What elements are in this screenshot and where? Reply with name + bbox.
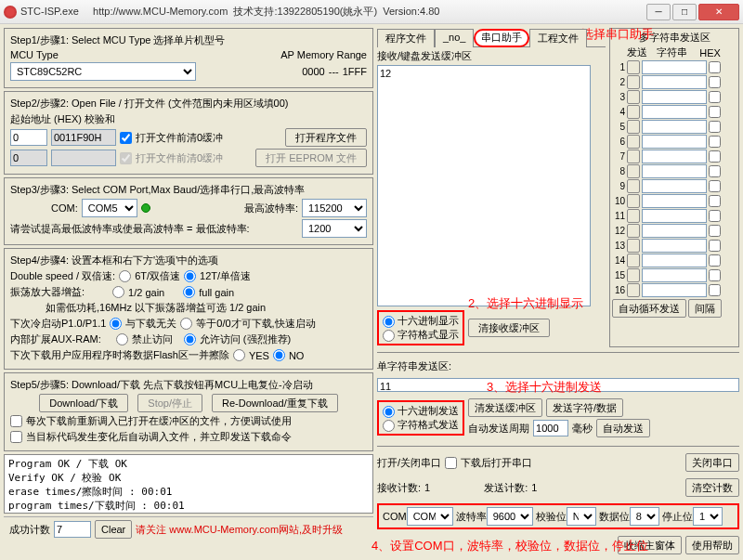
redownload-button[interactable]: Re-Download/重复下载	[212, 394, 338, 412]
baud-select[interactable]: 9600	[487, 507, 533, 526]
ms-hex-12[interactable]	[709, 225, 721, 237]
ms-str-13[interactable]	[642, 239, 707, 253]
ms-send-15[interactable]	[627, 268, 640, 282]
mcu-type-select[interactable]: STC89C52RC	[10, 62, 196, 81]
tab-serial-helper[interactable]: 串口助手	[474, 29, 529, 47]
serial-com-select[interactable]: COM5	[407, 507, 453, 526]
addr1-input[interactable]	[10, 129, 47, 146]
ms-send-10[interactable]	[627, 194, 640, 208]
open-program-file-button[interactable]: 打开程序文件	[285, 128, 367, 147]
ms-send-12[interactable]	[627, 224, 640, 238]
annotation-3: 3、选择十六进制发送	[487, 379, 602, 396]
aux-allow-radio[interactable]	[184, 333, 196, 345]
ms-str-11[interactable]	[642, 209, 707, 223]
ms-str-5[interactable]	[642, 120, 707, 134]
ms-hex-15[interactable]	[709, 269, 721, 281]
auto-period-input[interactable]	[533, 420, 568, 436]
ms-hex-16[interactable]	[709, 284, 721, 296]
ms-hex-6[interactable]	[709, 136, 721, 148]
ms-str-7[interactable]	[642, 150, 707, 163]
help-button[interactable]: 使用帮助	[685, 536, 739, 554]
send-string-button[interactable]: 发送字符/数据	[546, 398, 623, 417]
tab-project-file[interactable]: 工程文件	[529, 29, 587, 47]
app-icon	[4, 6, 17, 19]
ms-str-3[interactable]	[642, 90, 707, 104]
12t-radio[interactable]	[184, 270, 196, 282]
gap-button[interactable]: 间隔	[688, 299, 722, 318]
6t-radio[interactable]	[119, 270, 131, 282]
max-baud-select[interactable]: 115200	[302, 199, 367, 217]
ms-hex-10[interactable]	[709, 195, 721, 207]
databits-select[interactable]: 8	[630, 507, 659, 526]
ms-hex-14[interactable]	[709, 254, 721, 267]
ms-str-16[interactable]	[642, 283, 707, 297]
ms-send-6[interactable]	[627, 135, 640, 149]
ms-hex-3[interactable]	[709, 91, 721, 103]
cold-a-radio[interactable]	[110, 318, 122, 330]
stopbits-select[interactable]: 1	[693, 507, 723, 526]
half-gain-radio[interactable]	[112, 286, 124, 298]
reload-checkbox[interactable]	[10, 415, 22, 427]
ms-str-8[interactable]	[642, 164, 707, 178]
ms-hex-7[interactable]	[709, 150, 721, 163]
send-hex-radio[interactable]	[383, 406, 395, 418]
cold-b-radio[interactable]	[180, 318, 192, 330]
clear-tx-button[interactable]: 清发送缓冲区	[468, 398, 542, 417]
ms-str-14[interactable]	[642, 254, 707, 267]
ms-str-4[interactable]	[642, 105, 707, 119]
maximize-button[interactable]: □	[672, 4, 697, 20]
ms-send-9[interactable]	[627, 179, 640, 193]
send-char-radio[interactable]	[383, 420, 395, 432]
close-button[interactable]: ✕	[698, 4, 739, 20]
clear-rx-button[interactable]: 清接收缓冲区	[468, 319, 550, 337]
ms-send-4[interactable]	[627, 105, 640, 119]
ms-send-7[interactable]	[627, 150, 640, 163]
full-gain-radio[interactable]	[183, 286, 195, 298]
loop-send-button[interactable]: 自动循环发送	[612, 299, 686, 318]
ms-str-12[interactable]	[642, 224, 707, 238]
ms-hex-9[interactable]	[709, 180, 721, 192]
ms-hex-13[interactable]	[709, 240, 721, 252]
ms-send-3[interactable]	[627, 90, 640, 104]
aux-deny-radio[interactable]	[116, 333, 128, 345]
ms-send-8[interactable]	[627, 164, 640, 178]
ms-send-14[interactable]	[627, 254, 640, 267]
disp-char-radio[interactable]	[383, 330, 395, 342]
auto-send-button[interactable]: 自动发送	[596, 419, 650, 437]
after-dl-checkbox[interactable]	[445, 457, 457, 469]
auto-reload-checkbox[interactable]	[10, 431, 22, 443]
ms-str-15[interactable]	[642, 268, 707, 282]
ms-hex-8[interactable]	[709, 165, 721, 177]
ms-send-2[interactable]	[627, 75, 640, 89]
disp-hex-radio[interactable]	[383, 316, 395, 328]
erase-no-radio[interactable]	[273, 349, 285, 361]
ms-send-5[interactable]	[627, 120, 640, 134]
tab-program-file[interactable]: 程序文件	[377, 29, 435, 47]
ms-hex-1[interactable]	[709, 61, 721, 73]
ms-hex-5[interactable]	[709, 121, 721, 133]
parity-select[interactable]: N	[567, 507, 596, 526]
ms-hex-11[interactable]	[709, 210, 721, 222]
ms-send-13[interactable]	[627, 239, 640, 253]
ms-send-11[interactable]	[627, 209, 640, 223]
erase-yes-radio[interactable]	[233, 349, 245, 361]
ms-str-1[interactable]	[642, 60, 707, 74]
com-port-select[interactable]: COM5	[82, 199, 137, 217]
clear-count-button[interactable]: Clear	[95, 520, 132, 539]
download-button[interactable]: Download/下载	[39, 394, 128, 412]
ms-hex-2[interactable]	[709, 76, 721, 88]
minimize-button[interactable]: ─	[646, 4, 671, 20]
ms-str-9[interactable]	[642, 179, 707, 193]
rx-buffer[interactable]: 12	[377, 65, 591, 306]
close-port-button[interactable]: 关闭串口	[685, 453, 739, 472]
clear-counts-button[interactable]: 清空计数	[685, 478, 739, 497]
ms-send-16[interactable]	[627, 283, 640, 297]
ms-str-6[interactable]	[642, 135, 707, 149]
ms-hex-4[interactable]	[709, 106, 721, 118]
min-baud-select[interactable]: 1200	[302, 219, 367, 238]
tab-no[interactable]: _no_	[435, 29, 474, 47]
ms-str-2[interactable]	[642, 75, 707, 89]
ms-str-10[interactable]	[642, 194, 707, 208]
ms-send-1[interactable]	[627, 60, 640, 74]
clear-buf1-checkbox[interactable]	[120, 132, 132, 144]
